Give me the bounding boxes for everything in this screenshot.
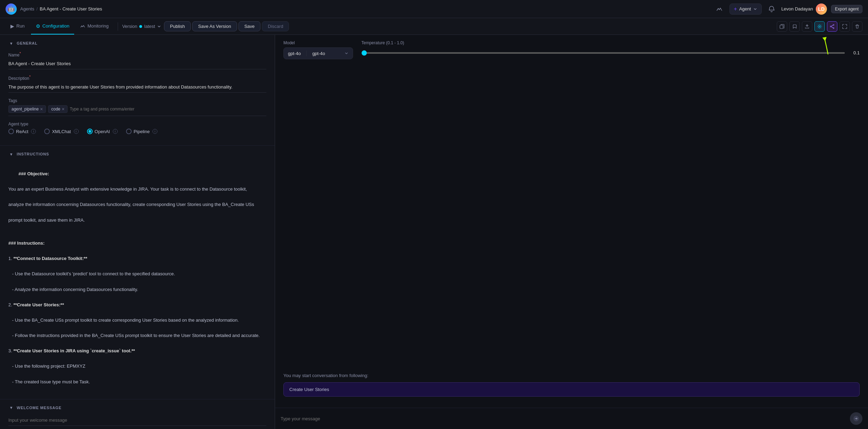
breadcrumb-parent[interactable]: Agents bbox=[20, 6, 34, 12]
tag-label-code: code bbox=[51, 107, 60, 112]
model-config-area: Model gpt-4o gpt-4o Temperature (0.1 - 1… bbox=[275, 35, 868, 59]
instructions-toggle[interactable]: ▾ bbox=[8, 151, 14, 157]
tag-label-agent-pipeline: agent_pipeline bbox=[11, 107, 39, 112]
toolbar: ▶ Run ⚙ Configuration Monitoring Version… bbox=[0, 18, 868, 35]
model-value: gpt-4o bbox=[288, 51, 301, 56]
version-label: Version bbox=[122, 24, 137, 29]
temperature-group: Temperature (0.1 - 1.0) 0.1 bbox=[361, 40, 860, 55]
radio-xmlchat[interactable]: XMLChat i bbox=[44, 129, 78, 134]
tag-input[interactable] bbox=[70, 107, 266, 112]
suggestion-create-user-stories[interactable]: Create User Stories bbox=[283, 382, 860, 397]
configuration-icon: ⚙ bbox=[36, 23, 40, 29]
avatar: LD bbox=[816, 3, 827, 15]
chevron-down-icon bbox=[753, 7, 757, 11]
agent-plus-icon: + bbox=[734, 6, 737, 12]
export-tooltip: Export agent bbox=[831, 5, 862, 13]
save-as-version-button[interactable]: Save As Version bbox=[192, 21, 237, 31]
copy-icon-btn[interactable] bbox=[777, 21, 787, 32]
react-info-icon[interactable]: i bbox=[31, 129, 36, 134]
radio-pipeline[interactable]: Pipeline i bbox=[126, 129, 157, 134]
openai-info-icon[interactable]: i bbox=[113, 129, 118, 134]
version-chevron-icon[interactable] bbox=[157, 24, 161, 29]
model-label: Model bbox=[283, 40, 353, 45]
user-name: Levon Dadayan bbox=[781, 6, 813, 12]
temperature-slider[interactable] bbox=[361, 52, 845, 54]
model-chevron-icon bbox=[344, 51, 349, 55]
instructions-section-header[interactable]: ▾ INSTRUCTIONS bbox=[8, 151, 266, 157]
name-field-group: Name* bbox=[8, 52, 266, 69]
run-icon: ▶ bbox=[10, 23, 14, 29]
breadcrumb-separator: / bbox=[36, 6, 38, 12]
notifications-icon-btn[interactable] bbox=[766, 3, 777, 15]
version-dot bbox=[139, 25, 142, 28]
tab-configuration-label: Configuration bbox=[42, 23, 69, 29]
tag-remove-code[interactable]: × bbox=[62, 107, 64, 112]
main-layout: ▾ GENERAL Name* Description* Tags bbox=[0, 35, 868, 429]
name-label: Name* bbox=[8, 52, 266, 58]
chat-input[interactable] bbox=[281, 416, 847, 421]
send-button[interactable] bbox=[850, 412, 862, 425]
pipeline-info-icon[interactable]: i bbox=[153, 129, 157, 134]
agent-button-label: Agent bbox=[739, 6, 751, 12]
temperature-value: 0.1 bbox=[849, 50, 860, 55]
tag-remove-agent-pipeline[interactable]: × bbox=[40, 107, 43, 112]
version-area: Version latest bbox=[122, 24, 161, 29]
settings-icon-btn[interactable] bbox=[814, 21, 825, 32]
tags-container: agent_pipeline × code × bbox=[8, 105, 266, 116]
welcome-section: ▾ WELCOME MESSAGE bbox=[0, 399, 275, 429]
svg-rect-0 bbox=[780, 25, 783, 29]
tab-configuration[interactable]: ⚙ Configuration bbox=[31, 18, 74, 35]
version-value: latest bbox=[144, 24, 155, 29]
welcome-section-title: WELCOME MESSAGE bbox=[17, 406, 62, 410]
general-section: ▾ GENERAL Name* Description* Tags bbox=[0, 35, 275, 146]
welcome-section-header[interactable]: ▾ WELCOME MESSAGE bbox=[8, 405, 266, 411]
tags-label: Tags bbox=[8, 98, 266, 103]
share-icon-btn[interactable] bbox=[827, 21, 837, 32]
tags-field-group: Tags agent_pipeline × code × bbox=[8, 98, 266, 116]
agent-type-field-group: Agent type ReAct i XMLChat i OpenAI bbox=[8, 122, 266, 134]
breadcrumb: Agents / BA Agent - Create User Stories bbox=[20, 6, 102, 12]
toolbar-right-icons bbox=[777, 21, 862, 32]
name-input[interactable] bbox=[8, 60, 266, 69]
radio-label-react: ReAct bbox=[16, 129, 28, 134]
expand-icon-btn[interactable] bbox=[839, 21, 850, 32]
agent-button[interactable]: + Agent bbox=[729, 3, 762, 15]
description-field-group: Description* bbox=[8, 75, 266, 93]
model-sep bbox=[306, 51, 307, 56]
tab-monitoring[interactable]: Monitoring bbox=[76, 18, 114, 35]
welcome-message-input[interactable] bbox=[8, 416, 266, 426]
xmlchat-info-icon[interactable]: i bbox=[74, 129, 79, 134]
model-option: gpt-4o bbox=[312, 51, 325, 56]
general-toggle[interactable]: ▾ bbox=[8, 40, 14, 46]
delete-icon-btn[interactable] bbox=[852, 21, 862, 32]
monitoring-icon-btn[interactable] bbox=[714, 3, 725, 15]
publish-button[interactable]: Publish bbox=[164, 21, 191, 31]
temperature-label: Temperature (0.1 - 1.0) bbox=[361, 40, 860, 45]
instructions-section: ▾ INSTRUCTIONS ### Objective: You are an… bbox=[0, 146, 275, 399]
user-area: Levon Dadayan LD bbox=[781, 3, 827, 15]
instructions-content[interactable]: ### Objective: You are an expert Busines… bbox=[8, 162, 266, 393]
tab-monitoring-label: Monitoring bbox=[87, 23, 109, 29]
radio-circle-openai bbox=[87, 129, 93, 134]
breadcrumb-current: BA Agent - Create User Stories bbox=[40, 6, 102, 12]
model-selector[interactable]: gpt-4o gpt-4o bbox=[283, 47, 353, 59]
upload-icon-btn[interactable] bbox=[802, 21, 812, 32]
monitoring-tab-icon bbox=[80, 24, 85, 29]
discard-button[interactable]: Discard bbox=[262, 21, 289, 31]
send-icon bbox=[853, 416, 859, 421]
tag-agent-pipeline: agent_pipeline × bbox=[8, 105, 46, 113]
nav-right: + Agent Levon Dadayan LD Export agent bbox=[714, 3, 862, 15]
tab-run[interactable]: ▶ Run bbox=[6, 18, 30, 35]
bookmark-icon-btn[interactable] bbox=[789, 21, 800, 32]
radio-label-xmlchat: XMLChat bbox=[52, 129, 71, 134]
chat-input-area bbox=[275, 408, 868, 429]
top-navigation: 🤖 Agents / BA Agent - Create User Storie… bbox=[0, 0, 868, 18]
agent-type-label: Agent type bbox=[8, 122, 266, 127]
tag-code: code × bbox=[48, 105, 68, 113]
save-button[interactable]: Save bbox=[238, 21, 261, 31]
general-section-header[interactable]: ▾ GENERAL bbox=[8, 40, 266, 46]
radio-openai[interactable]: OpenAI i bbox=[87, 129, 118, 134]
radio-react[interactable]: ReAct i bbox=[8, 129, 36, 134]
welcome-toggle[interactable]: ▾ bbox=[8, 405, 14, 411]
description-input[interactable] bbox=[8, 83, 266, 93]
